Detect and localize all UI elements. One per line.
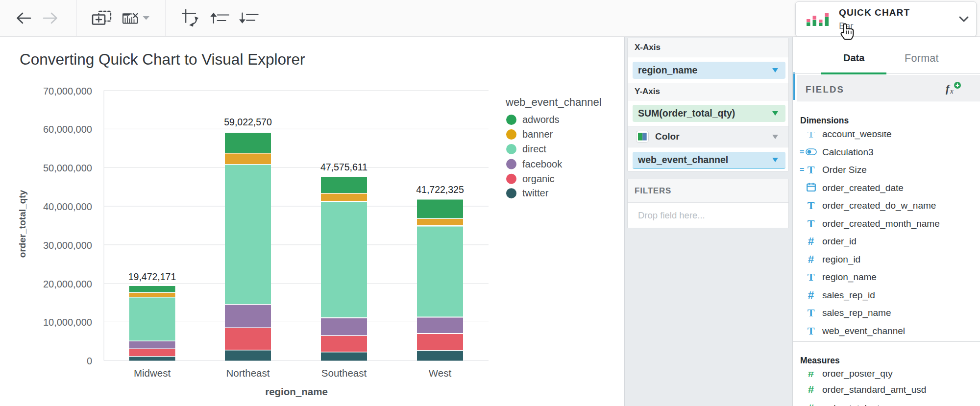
svg-text:Northeast: Northeast	[226, 367, 270, 379]
svg-text:web_event_channel: web_event_channel	[505, 96, 602, 108]
svg-text:Converting Quick Chart to Visu: Converting Quick Chart to Visual Explore…	[20, 50, 305, 68]
svg-text:organic: organic	[522, 173, 555, 184]
svg-text:0: 0	[87, 356, 92, 366]
svg-text:twitter: twitter	[522, 188, 549, 198]
svg-text:60,000,000: 60,000,000	[43, 124, 92, 135]
svg-text:41,722,325: 41,722,325	[416, 184, 464, 195]
svg-text:47,575,611: 47,575,611	[320, 162, 368, 172]
svg-text:Southeast: Southeast	[321, 367, 367, 379]
svg-text:50,000,000: 50,000,000	[43, 163, 92, 173]
svg-text:West: West	[429, 367, 452, 379]
svg-text:facebook: facebook	[522, 159, 563, 169]
svg-text:x: x	[950, 87, 954, 95]
svg-text:70,000,000: 70,000,000	[43, 86, 92, 96]
svg-text:adwords: adwords	[522, 114, 560, 125]
svg-text:direct: direct	[522, 143, 546, 154]
svg-text:20,000,000: 20,000,000	[43, 279, 92, 289]
svg-text:40,000,000: 40,000,000	[43, 201, 92, 212]
svg-text:59,022,570: 59,022,570	[224, 117, 272, 127]
svg-text:30,000,000: 30,000,000	[43, 240, 92, 251]
svg-text:10,000,000: 10,000,000	[43, 317, 92, 328]
svg-text:order_total_qty: order_total_qty	[17, 190, 27, 258]
svg-text:banner: banner	[522, 129, 553, 140]
svg-text:Midwest: Midwest	[134, 367, 171, 379]
svg-text:19,472,171: 19,472,171	[128, 271, 176, 282]
svg-text:region_name: region_name	[265, 386, 328, 397]
